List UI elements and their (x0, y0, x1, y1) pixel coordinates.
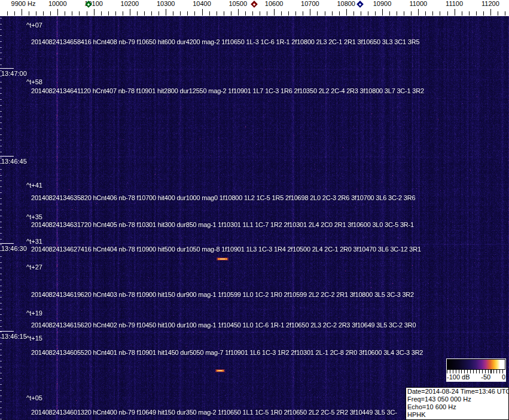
freq-axis-tick (115, 11, 116, 16)
event-detection-text: 20140824134627416 hCnt404 nb-78 f10900 h… (31, 246, 421, 253)
freq-axis-tick (303, 11, 303, 16)
freq-axis-tick (7, 11, 8, 16)
color-scale-labels: -100 dB -50 0 (447, 373, 505, 381)
event-detection-text: 20140824134615620 hCnt402 nb-79 f10450 h… (31, 321, 416, 329)
freq-axis-tick (498, 11, 498, 16)
freq-axis-tick (361, 11, 361, 16)
freq-axis-label: 9900 Hz (11, 0, 36, 7)
freq-axis-tick (418, 9, 419, 16)
freq-axis-tick (382, 9, 383, 16)
spectrogram-canvas (0, 16, 509, 420)
freq-axis-tick (187, 11, 188, 16)
info-echo: Echo=10 600 Hz (407, 403, 507, 411)
event-time-offset-label: ^t+31 (26, 238, 42, 245)
freq-axis-tick (432, 11, 433, 16)
freq-axis-tick (130, 9, 130, 16)
freq-axis-tick (346, 9, 347, 16)
freq-axis-label: 10900 (373, 0, 392, 7)
freq-axis-tick (252, 11, 253, 16)
freq-axis-tick (202, 9, 203, 16)
event-time-offset-label: ^t+58 (26, 78, 42, 85)
event-detection-text: 20140824134658416 hCnt408 nb-79 f10650 h… (31, 38, 419, 45)
db-max-label: 0 (502, 373, 505, 381)
freq-axis-tick (144, 11, 145, 16)
event-time-offset-label: ^t+05 (26, 394, 42, 401)
freq-axis-tick (389, 11, 390, 16)
freq-axis-label: 10600 (265, 0, 284, 7)
freq-axis-tick (317, 11, 318, 16)
freq-axis-tick (447, 11, 448, 16)
freq-axis-tick (411, 11, 412, 16)
frequency-axis: 9900 Hz100001010010200103001040010500106… (0, 0, 509, 16)
freq-axis-tick (397, 11, 397, 16)
event-time-offset-label: ^t+27 (26, 263, 42, 271)
freq-axis-tick (281, 11, 282, 16)
freq-axis-tick (476, 11, 477, 16)
freq-axis-tick (375, 11, 376, 16)
freq-axis-label: 10400 (193, 0, 211, 7)
freq-axis-tick (79, 11, 80, 16)
freq-axis-tick (72, 11, 72, 16)
freq-axis-label: 10200 (121, 0, 139, 7)
info-station-id: HPHK (407, 411, 507, 419)
freq-axis-tick (166, 9, 166, 16)
freq-axis-tick (22, 9, 22, 16)
freq-marker-blue[interactable] (356, 1, 363, 7)
freq-axis-tick (483, 11, 484, 16)
freq-axis-tick (29, 11, 29, 16)
freq-axis-tick (425, 11, 426, 16)
freq-axis-tick (173, 11, 173, 16)
freq-axis-tick (310, 9, 310, 16)
freq-axis-tick (57, 9, 58, 16)
db-min-label: -100 dB (447, 373, 470, 381)
freq-axis-tick (43, 11, 44, 16)
freq-axis-label: 10800 (337, 0, 355, 7)
freq-axis-tick (274, 9, 275, 16)
color-scale-gradient (447, 359, 505, 370)
marker-core (253, 3, 255, 5)
freq-axis-tick (245, 11, 246, 16)
freq-axis-tick (404, 11, 404, 16)
freq-axis-tick (108, 11, 109, 16)
freq-axis-label: 10500 (229, 0, 248, 7)
meteor-echo-spectrogram-window: 9900 Hz100001010010200103001040010500106… (0, 0, 509, 420)
freq-axis-tick (260, 11, 260, 16)
freq-axis-tick (469, 11, 470, 16)
freq-marker-red[interactable] (251, 1, 257, 7)
time-axis-label: 13:47:00 (1, 70, 27, 77)
freq-axis-tick (505, 11, 505, 16)
freq-axis-tick (65, 11, 65, 16)
freq-axis-tick (180, 11, 181, 16)
event-detection-text: 20140824134641120 hCnt407 nb-78 f10901 h… (31, 87, 424, 94)
freq-axis-tick (339, 11, 340, 16)
freq-axis-tick (137, 11, 138, 16)
freq-axis-tick (288, 11, 289, 16)
event-detection-text: 20140824134635820 hCnt406 nb-78 f10700 h… (31, 194, 415, 201)
freq-axis-tick (217, 11, 217, 16)
freq-axis-label: 11000 (409, 0, 427, 7)
freq-axis-tick (490, 9, 491, 16)
info-box: Date=2014-08-24 Time=13:46 UTC Freq=143 … (406, 387, 509, 420)
freq-axis-tick (94, 9, 95, 16)
marker-core (87, 3, 90, 5)
event-time-offset-label: ^t+41 (26, 182, 42, 189)
freq-axis-tick (368, 11, 368, 16)
freq-axis-tick (159, 11, 159, 16)
time-axis-label: 13:46:45 (1, 158, 27, 165)
event-detection-text: 20140824134601320 hCnt400 nb-79 f10649 h… (31, 409, 397, 416)
freq-axis-tick (440, 11, 440, 16)
freq-axis-label: 11200 (481, 0, 499, 7)
freq-axis-tick (455, 9, 455, 16)
freq-axis-label: 11100 (446, 0, 463, 7)
event-detection-text: 20140824134631720 hCnt405 nb-78 f10301 h… (31, 221, 414, 228)
time-axis-label: 13:46:30 (1, 245, 27, 252)
info-date-time: Date=2014-08-24 Time=13:46 UTC (407, 388, 507, 396)
event-time-offset-label: ^t+35 (26, 213, 42, 220)
freq-axis-tick (353, 11, 354, 16)
freq-axis-tick (224, 11, 224, 16)
freq-axis-tick (462, 11, 462, 16)
freq-axis-tick (36, 11, 36, 16)
freq-axis-tick (267, 11, 267, 16)
freq-axis-tick (151, 11, 152, 16)
freq-axis-label: 10000 (48, 0, 67, 7)
